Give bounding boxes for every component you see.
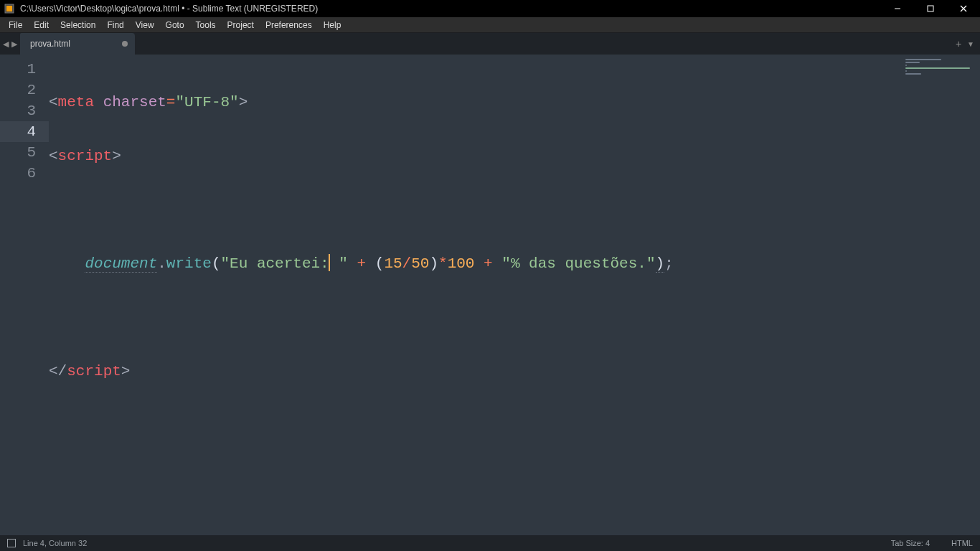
statusbar: Line 4, Column 32 Tab Size: 4 HTML	[0, 535, 980, 551]
gutter: 1 2 3 4 5 6	[0, 55, 49, 535]
line-number-active[interactable]: 4	[0, 121, 49, 142]
panel-switcher-icon[interactable]	[7, 539, 16, 547]
tab-label: prova.html	[30, 39, 70, 49]
svg-rect-1	[6, 6, 12, 11]
titlebar: C:\Users\Victor\Desktop\logica\prova.htm…	[0, 0, 980, 17]
menu-item-file[interactable]: File	[3, 19, 28, 32]
window-controls	[881, 0, 980, 17]
tab-active[interactable]: prova.html	[20, 33, 135, 55]
menubar: File Edit Selection Find View Goto Tools…	[0, 17, 980, 33]
tab-history-nav: ◀ ▶	[0, 33, 20, 55]
syntax-mode[interactable]: HTML	[951, 539, 973, 547]
app-icon	[3, 2, 16, 15]
line-number[interactable]: 6	[0, 163, 49, 184]
tab-size[interactable]: Tab Size: 4	[891, 539, 930, 547]
menu-item-tools[interactable]: Tools	[190, 19, 222, 32]
code-line: </script>	[49, 361, 901, 382]
svg-rect-3	[928, 6, 933, 11]
code-line: <meta charset="UTF-8">	[49, 92, 901, 113]
menu-item-selection[interactable]: Selection	[55, 19, 101, 32]
tab-dropdown-icon[interactable]: ▼	[967, 40, 974, 48]
code-line: <script>	[49, 146, 901, 166]
menu-item-preferences[interactable]: Preferences	[260, 19, 318, 32]
tabbar: ◀ ▶ prova.html + ▼	[0, 33, 980, 55]
close-button[interactable]	[947, 0, 980, 17]
cursor-position[interactable]: Line 4, Column 32	[23, 539, 87, 547]
dirty-indicator-icon	[122, 41, 128, 47]
code-line	[49, 307, 901, 328]
line-number[interactable]: 2	[0, 80, 49, 100]
tabbar-tools: + ▼	[956, 33, 980, 55]
tab-forward-icon[interactable]: ▶	[11, 39, 17, 49]
menu-item-edit[interactable]: Edit	[28, 19, 55, 32]
tab-back-icon[interactable]: ◀	[3, 39, 9, 49]
code-line	[49, 199, 901, 220]
line-number[interactable]: 5	[0, 142, 49, 163]
line-number[interactable]: 3	[0, 100, 49, 121]
menu-item-help[interactable]: Help	[318, 19, 347, 32]
minimap[interactable]	[901, 55, 980, 535]
window-title: C:\Users\Victor\Desktop\logica\prova.htm…	[19, 4, 881, 14]
code-line-active: document.write("Eu acertei: " + (15/50)*…	[49, 253, 901, 274]
maximize-button[interactable]	[914, 0, 947, 17]
code-area[interactable]: <meta charset="UTF-8"> <script> document…	[49, 55, 901, 535]
line-number[interactable]: 1	[0, 59, 49, 80]
menu-item-view[interactable]: View	[130, 19, 160, 32]
new-tab-icon[interactable]: +	[956, 38, 961, 50]
menu-item-find[interactable]: Find	[101, 19, 129, 32]
editor: 1 2 3 4 5 6 <meta charset="UTF-8"> <scri…	[0, 55, 980, 535]
menu-item-project[interactable]: Project	[222, 19, 260, 32]
menu-item-goto[interactable]: Goto	[160, 19, 190, 32]
minimize-button[interactable]	[881, 0, 914, 17]
app-window: C:\Users\Victor\Desktop\logica\prova.htm…	[0, 0, 980, 551]
